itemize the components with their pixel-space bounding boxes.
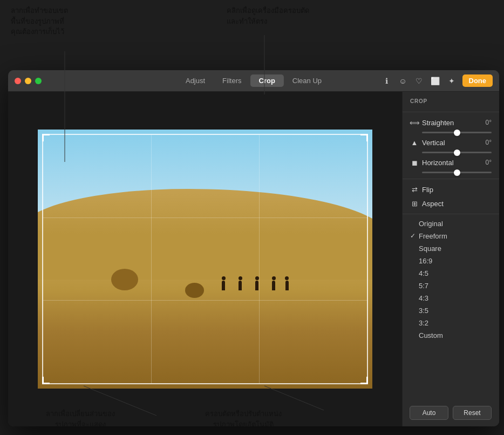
panel-section-title: CROP — [403, 98, 499, 108]
aspect-label: Aspect — [422, 200, 492, 208]
vertical-slider-row — [403, 149, 499, 155]
aspect-5-7[interactable]: 5:7 — [403, 280, 499, 292]
horizontal-slider[interactable] — [422, 172, 492, 173]
panel-divider-2 — [403, 179, 499, 179]
flip-icon: ⇄ — [410, 185, 419, 194]
main-content: CROP ⟺ Straighten 0° ▲ Vertical 0° — [8, 92, 499, 426]
person-4 — [272, 281, 275, 290]
straighten-slider-row — [403, 130, 499, 135]
horizontal-label: Horizontal — [422, 159, 482, 167]
auto-button[interactable]: Auto — [410, 406, 448, 420]
horizontal-slider-row — [403, 169, 499, 175]
straighten-icon: ⟺ — [410, 118, 419, 127]
app-window: Adjust Filters Crop Clean Up ℹ ☺ ♡ ⬜ ✦ D… — [8, 70, 499, 426]
panel-row-aspect[interactable]: ⊞ Aspect — [403, 196, 499, 210]
tab-filters[interactable]: Filters — [214, 74, 250, 87]
vertical-value: 0° — [486, 139, 492, 146]
aspect-4-3[interactable]: 4:3 — [403, 292, 499, 304]
panel-row-flip[interactable]: ⇄ Flip — [403, 182, 499, 196]
panel-row-straighten[interactable]: ⟺ Straighten 0° — [403, 115, 499, 130]
adjust-icon[interactable]: ✦ — [446, 76, 457, 86]
panel-row-horizontal[interactable]: ◼ Horizontal 0° — [403, 155, 499, 169]
annotation-top-left: ลากเพื่อทำขอบเขต พื้นที่ของรูปภาพที่ คุณ… — [11, 5, 68, 37]
aspect-16-9[interactable]: 16:9 — [403, 255, 499, 267]
close-button[interactable] — [15, 78, 21, 84]
hay-bale-1 — [111, 269, 138, 290]
horizontal-icon: ◼ — [410, 158, 419, 167]
person-1 — [222, 281, 225, 290]
vertical-icon: ▲ — [410, 138, 419, 147]
tab-adjust[interactable]: Adjust — [177, 74, 214, 87]
straighten-label: Straighten — [422, 119, 482, 127]
aspect-icon: ⊞ — [410, 199, 419, 208]
photo-container — [38, 130, 372, 389]
person-3 — [255, 281, 258, 290]
aspect-freeform[interactable]: Freeform — [403, 230, 499, 242]
info-icon[interactable]: ℹ — [382, 76, 392, 86]
reset-button[interactable]: Reset — [453, 406, 492, 420]
aspect-square[interactable]: Square — [403, 242, 499, 255]
panel-bottom-buttons: Auto Reset — [402, 406, 499, 420]
panel-divider-top — [403, 112, 499, 112]
hill-layer — [38, 189, 372, 280]
straighten-slider[interactable] — [422, 132, 492, 133]
annotation-top-right: คลิกเพื่อดูเครื่องมือครอบตัด และทำให้ตรง — [227, 5, 309, 26]
photo-area[interactable] — [8, 92, 402, 426]
person-2 — [239, 281, 242, 290]
panel-divider-3 — [403, 214, 499, 214]
titlebar: Adjust Filters Crop Clean Up ℹ ☺ ♡ ⬜ ✦ D… — [8, 70, 499, 92]
tab-crop[interactable]: Crop — [250, 74, 283, 87]
horizontal-value: 0° — [486, 159, 492, 166]
minimize-button[interactable] — [25, 78, 31, 84]
aspect-4-5[interactable]: 4:5 — [403, 267, 499, 280]
tab-cleanup[interactable]: Clean Up — [284, 74, 330, 87]
traffic-lights — [15, 78, 42, 84]
vertical-label: Vertical — [422, 139, 482, 147]
aspect-3-2[interactable]: 3:2 — [403, 317, 499, 329]
vertical-slider[interactable] — [422, 152, 492, 153]
maximize-button[interactable] — [35, 78, 42, 84]
aspect-3-5[interactable]: 3:5 — [403, 304, 499, 317]
toolbar-right: ℹ ☺ ♡ ⬜ ✦ Done — [382, 74, 493, 87]
flip-label: Flip — [422, 186, 492, 194]
emoji-icon[interactable]: ☺ — [398, 76, 408, 86]
share-icon[interactable]: ⬜ — [430, 76, 441, 86]
toolbar-tabs: Adjust Filters Crop Clean Up — [177, 74, 330, 87]
aspect-original[interactable]: Original — [403, 218, 499, 230]
straighten-value: 0° — [486, 119, 492, 126]
done-button[interactable]: Done — [462, 74, 493, 87]
aspect-custom[interactable]: Custom — [403, 329, 499, 342]
panel-row-vertical[interactable]: ▲ Vertical 0° — [403, 135, 499, 149]
person-5 — [285, 281, 289, 290]
photo-canvas — [38, 130, 372, 389]
heart-icon[interactable]: ♡ — [414, 76, 425, 86]
right-panel: CROP ⟺ Straighten 0° ▲ Vertical 0° — [402, 92, 499, 426]
hay-bale-2 — [185, 283, 204, 298]
